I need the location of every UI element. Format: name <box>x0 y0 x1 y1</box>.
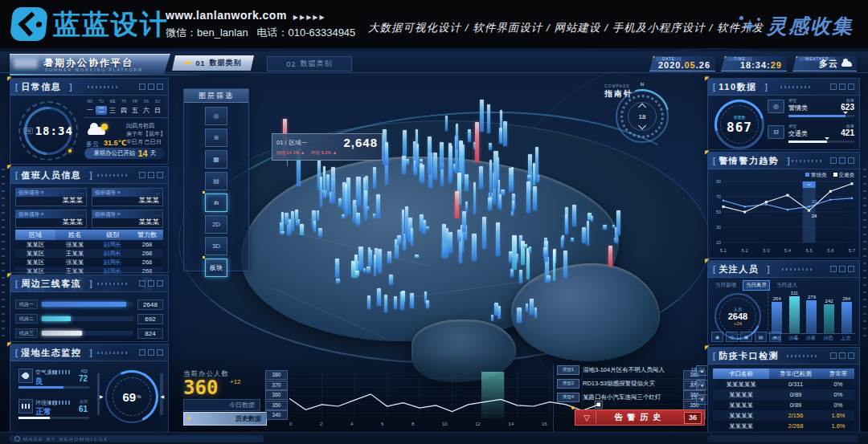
tab-data-category-1[interactable]: 01 数据类别 <box>172 55 254 71</box>
watch-mini-icon[interactable]: ◉ <box>711 332 723 342</box>
duty-leader-card[interactable]: 值班领导 »⋯某某某 <box>15 210 87 228</box>
weekday-cell[interactable]: MO一 <box>84 100 96 115</box>
tooltip-value: 2,648 <box>343 136 378 149</box>
watch-tab[interactable]: 当日新增 <box>713 281 739 290</box>
tooltip-region: 区域一 <box>289 139 308 147</box>
table-row[interactable]: 某某区王某某副局长268 <box>15 249 163 258</box>
weekday-cell[interactable]: TU二 <box>96 100 107 115</box>
x-tick: 6 <box>381 422 383 426</box>
panel-header-icons[interactable] <box>139 84 163 90</box>
app-root: 蓝蓝设计 www.lanlanwork.com▶▶▶▶▶ 微信：ben_lanl… <box>0 0 868 444</box>
duty-leader-card[interactable]: 值班领导 »⋯某某某 <box>15 188 87 206</box>
watch-mini-icon[interactable]: ▣ <box>740 332 752 342</box>
watch-bar: 311 <box>789 291 800 333</box>
table-row[interactable]: 某某区张某某副局长268 <box>15 240 163 249</box>
layer-buttons: ◎≋▦▤ılı2D3D板块 <box>184 103 248 277</box>
panel-title: 日常信息 <box>21 81 61 93</box>
watch-mini-icon[interactable]: ▤ <box>755 332 767 342</box>
y-tick: 350 <box>265 401 288 410</box>
table-row[interactable]: 某某某某0/890% <box>713 389 854 400</box>
table-row[interactable]: 某某某某2/2681.6% <box>713 421 854 431</box>
weekday-cell[interactable]: WE三 <box>107 100 118 115</box>
x-tick: 8 <box>411 422 414 426</box>
panel-110-data: ◤[110数据] 接警数867 ◎类型警情类数量623⊟类型交通类数量421 <box>707 78 860 150</box>
table-row[interactable]: 某某区张某某副局长268 <box>15 258 163 267</box>
gauge-value: 69 <box>122 390 136 404</box>
traffic-icon: ⊟ <box>768 125 784 139</box>
alarm-icon: ◎ <box>768 100 784 113</box>
signal-icon[interactable]: ≋ <box>205 128 227 147</box>
x-tick: 10 <box>442 422 448 426</box>
panel-header-icons[interactable] <box>830 266 854 272</box>
page-subtitle: SUMMER WORKING PLATFORM <box>45 67 143 72</box>
eco-gauge: 69% ▶◀ <box>105 370 158 423</box>
table-row[interactable]: 某某某某0/890% <box>713 400 854 410</box>
watch-bar-label: 在逃 <box>772 335 781 342</box>
weekday-cell[interactable]: SA六 <box>141 100 152 115</box>
alert-text: 湿地3-104片区有不明人员闯入 <box>583 366 687 374</box>
brand-contact: www.lanlanwork.com▶▶▶▶▶ 微信：ben_lanlan 电话… <box>166 9 355 40</box>
panel-eco-monitor: ◤[湿地生态监控] 空气质量良 AQI72 环境噪音正常 分贝61 69% ▶◀ <box>10 344 169 434</box>
map-land-se[interactable] <box>511 263 660 361</box>
brand-banner: 蓝蓝设计 www.lanlanwork.com▶▶▶▶▶ 微信：ben_lanl… <box>0 0 868 49</box>
mode-3d-icon[interactable]: 3D <box>205 237 227 255</box>
today-data-button[interactable]: 今日数据 <box>183 399 260 411</box>
svg-text:5.1: 5.1 <box>720 248 727 253</box>
panel-header-icons[interactable] <box>139 280 163 287</box>
y-tick: 370 <box>265 381 288 390</box>
tab2-num: 02 <box>286 60 296 68</box>
arrows-icon: ▶▶▶▶▶ <box>293 14 326 21</box>
notice-banner: 暑期办公已开始14天 <box>84 148 165 159</box>
history-data-button[interactable]: 历史数据 <box>183 412 267 426</box>
watch-tab[interactable]: 当日离开 <box>743 280 770 291</box>
chart-icon[interactable]: ılı <box>205 193 227 212</box>
alert-row[interactable]: 类型1湿地3-104片区有不明人员闯入18:24 <box>557 365 708 375</box>
panel-header-icons[interactable] <box>830 352 854 359</box>
panel-header-icons[interactable] <box>139 172 163 178</box>
alert-scroll-controls[interactable]: ▲ ● ▼ <box>696 365 708 405</box>
table-row[interactable]: 某某某某某0/3110% <box>713 379 854 389</box>
brand-url[interactable]: www.lanlanwork.com <box>166 9 287 22</box>
rows-110: ◎类型警情类数量623⊟类型交通类数量421 <box>768 98 854 149</box>
y-tick: 380 <box>265 370 288 380</box>
panel-header-icons[interactable] <box>139 349 163 356</box>
watch-mini-icon[interactable]: ◎ <box>726 332 738 342</box>
list-icon[interactable]: ▤ <box>205 172 227 190</box>
panel-header-icons[interactable] <box>830 157 854 164</box>
trend-line-chart: 907050301030245.15.25.35.45.55.65.7 <box>710 177 857 255</box>
title-underline <box>10 74 203 75</box>
watch-bar: 242 <box>824 299 834 333</box>
grid-icon[interactable]: ▦ <box>205 150 227 169</box>
tab-data-category-2[interactable]: 02 数据类别 <box>267 56 352 71</box>
svg-text:5.4: 5.4 <box>784 248 792 253</box>
table-row[interactable]: 某某某某2/1561.6% <box>713 410 854 421</box>
y-tick: 340 <box>265 410 288 420</box>
mode-2d-icon[interactable]: 2D <box>205 215 227 234</box>
svg-text:90: 90 <box>716 179 721 184</box>
watch-bar-label: 涉恐 <box>824 335 833 342</box>
panel-title: 110数据 <box>719 81 756 93</box>
ring-110-total: 接警数867 <box>714 100 764 149</box>
compass-value: 18 <box>639 113 646 120</box>
alert-row[interactable]: 类型4某路口有小汽车连闯三个红灯19:24 <box>557 392 708 402</box>
weekday-cell[interactable]: SU日 <box>152 100 163 115</box>
deco-ticks-right <box>863 169 866 337</box>
censored-logo <box>14 59 38 68</box>
flow-bar-row: 线路一2648 <box>15 299 163 309</box>
weekday-cell[interactable]: TH四 <box>118 100 129 115</box>
monitor-icon[interactable]: ◎ <box>205 107 227 125</box>
deco-ticks-left <box>2 169 5 337</box>
duty-leader-card[interactable]: 值班领导 »⋯某某某 <box>92 210 163 228</box>
weekday-cell[interactable]: FR五 <box>129 100 141 115</box>
collect-link[interactable]: 灵感收集 <box>739 13 854 39</box>
panel-header-icons[interactable] <box>830 84 854 90</box>
compass-dial[interactable]: N 18 <box>616 90 669 143</box>
tab1-num: 01 <box>195 59 205 67</box>
panel-transit-flow: ◤[周边三线客流] 线路一2648线路二692线路三824 <box>10 275 169 342</box>
map-tooltip[interactable]: 01 /区域一2,648 同比 14.1% ▲环比 6.2% ▲ <box>272 133 383 161</box>
alert-row[interactable]: 类型2RD13-53烟感报警疑似火灾17:24 <box>557 378 708 389</box>
alert-history-button[interactable]: ▽ 告警历史 36 <box>575 409 705 426</box>
block-icon[interactable]: 板块 <box>205 259 227 277</box>
scroll-down-icon: ▼ <box>696 394 708 405</box>
duty-leader-card[interactable]: 值班领导 »⋯某某某 <box>92 188 163 206</box>
